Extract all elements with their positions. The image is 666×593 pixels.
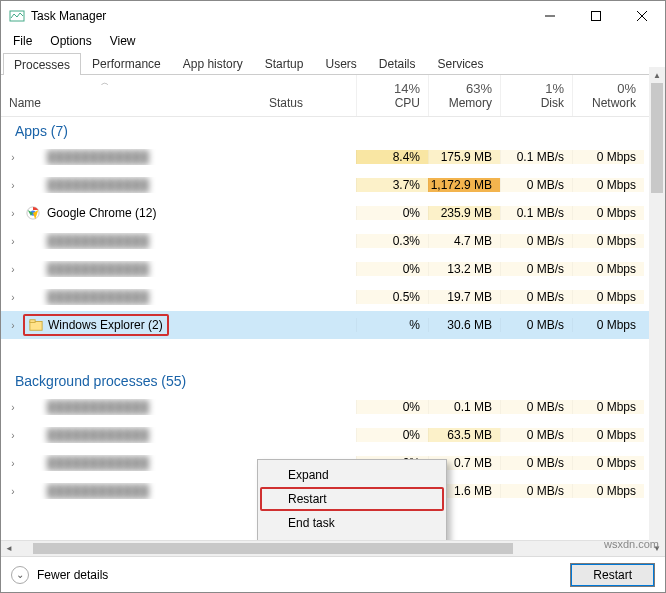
process-icon (25, 483, 41, 499)
process-name: ████████████ (47, 428, 149, 442)
menu-options[interactable]: Options (42, 32, 99, 50)
process-name: ████████████ (47, 400, 149, 414)
context-restart[interactable]: Restart (260, 487, 444, 511)
maximize-button[interactable] (573, 1, 619, 31)
tab-strip: Processes Performance App history Startu… (1, 51, 665, 75)
col-network[interactable]: 0% Network (572, 75, 644, 116)
menubar: File Options View (1, 31, 665, 51)
expand-icon[interactable]: › (5, 486, 21, 497)
task-manager-icon (9, 8, 25, 24)
window-controls (527, 1, 665, 31)
process-name: ████████████ (47, 290, 149, 304)
disk-cell: 0 MB/s (500, 456, 572, 470)
expand-icon[interactable]: › (5, 430, 21, 441)
h-scrollbar[interactable]: ◄ ► (1, 540, 665, 556)
none-icon (25, 289, 41, 305)
disk-cell: 0 MB/s (500, 234, 572, 248)
net-cell: 0 Mbps (572, 150, 644, 164)
net-cell: 0 Mbps (572, 262, 644, 276)
none-icon (25, 233, 41, 249)
cpu-cell: 0.3% (356, 234, 428, 248)
process-name: ████████████ (47, 178, 149, 192)
app-row[interactable]: ›Windows Explorer (2)%30.6 MB0 MB/s0 Mbp… (1, 311, 665, 339)
disk-cell: 0 MB/s (500, 428, 572, 442)
app-row[interactable]: ›████████████3.7%1,172.9 MB0 MB/s0 Mbps (1, 171, 665, 199)
mem-cell: 63.5 MB (428, 428, 500, 442)
col-status[interactable]: Status (261, 75, 356, 116)
process-name: ████████████ (47, 484, 149, 498)
fewer-details-label[interactable]: Fewer details (37, 568, 108, 582)
expand-icon[interactable]: › (5, 236, 21, 247)
col-memory-label: Memory (437, 96, 492, 110)
svg-rect-8 (30, 320, 35, 323)
app-row[interactable]: ›████████████0.5%19.7 MB0 MB/s0 Mbps (1, 283, 665, 311)
col-network-pct: 0% (581, 81, 636, 96)
bg-row[interactable]: ›████████████0%0.1 MB0 MB/s0 Mbps (1, 393, 665, 421)
expand-icon[interactable]: › (5, 402, 21, 413)
menu-file[interactable]: File (5, 32, 40, 50)
col-memory-pct: 63% (437, 81, 492, 96)
mem-cell: 235.9 MB (428, 206, 500, 220)
spacer-row (1, 339, 665, 367)
expand-icon[interactable]: › (5, 292, 21, 303)
expand-icon[interactable]: › (5, 152, 21, 163)
task-manager-window: Task Manager File Options View Processes… (0, 0, 666, 593)
col-disk-label: Disk (509, 96, 564, 110)
h-scroll-left-icon[interactable]: ◄ (1, 541, 17, 556)
titlebar: Task Manager (1, 1, 665, 31)
close-button[interactable] (619, 1, 665, 31)
v-scroll-up-icon[interactable]: ▲ (649, 67, 665, 83)
tab-performance[interactable]: Performance (81, 52, 172, 74)
expand-icon[interactable]: › (5, 264, 21, 275)
tab-processes[interactable]: Processes (3, 53, 81, 75)
sort-icon: ︿ (101, 77, 109, 88)
cpu-cell: 0% (356, 400, 428, 414)
v-scroll-thumb[interactable] (651, 83, 663, 193)
tab-services[interactable]: Services (427, 52, 495, 74)
expand-icon[interactable]: › (5, 320, 21, 331)
col-network-label: Network (581, 96, 636, 110)
restart-button[interactable]: Restart (570, 563, 655, 587)
process-name: ████████████ (47, 456, 149, 470)
app-row[interactable]: ›Google Chrome (12)0%235.9 MB0.1 MB/s0 M… (1, 199, 665, 227)
context-provide-feedback[interactable]: Provide feedback (260, 535, 444, 540)
mem-cell: 4.7 MB (428, 234, 500, 248)
col-disk[interactable]: 1% Disk (500, 75, 572, 116)
mem-cell: 1,172.9 MB (428, 178, 500, 192)
cpu-cell: 0.5% (356, 290, 428, 304)
app-row[interactable]: ›████████████0%13.2 MB0 MB/s0 Mbps (1, 255, 665, 283)
v-scroll-track[interactable] (649, 83, 665, 540)
tab-users[interactable]: Users (314, 52, 367, 74)
bg-row[interactable]: ›████████████0%63.5 MB0 MB/s0 Mbps (1, 421, 665, 449)
context-end-task[interactable]: End task (260, 511, 444, 535)
app-row[interactable]: ›████████████8.4%175.9 MB0.1 MB/s0 Mbps (1, 143, 665, 171)
col-memory[interactable]: 63% Memory (428, 75, 500, 116)
col-cpu[interactable]: 14% CPU (356, 75, 428, 116)
h-scroll-track[interactable] (33, 541, 633, 556)
disk-cell: 0.1 MB/s (500, 206, 572, 220)
chevron-down-icon: ⌄ (16, 569, 24, 580)
cpu-cell: 0% (356, 262, 428, 276)
tab-app-history[interactable]: App history (172, 52, 254, 74)
tab-startup[interactable]: Startup (254, 52, 315, 74)
disk-cell: 0 MB/s (500, 178, 572, 192)
watermark: wsxdn.com (604, 538, 659, 550)
disk-cell: 0 MB/s (500, 400, 572, 414)
col-name[interactable]: ︿ Name (1, 75, 261, 116)
context-expand[interactable]: Expand (260, 463, 444, 487)
v-scrollbar[interactable]: ▲ ▼ (649, 67, 665, 556)
expand-icon[interactable]: › (5, 208, 21, 219)
menu-view[interactable]: View (102, 32, 144, 50)
net-cell: 0 Mbps (572, 206, 644, 220)
mem-cell: 19.7 MB (428, 290, 500, 304)
col-name-label: Name (9, 96, 253, 110)
fewer-details-toggle[interactable]: ⌄ (11, 566, 29, 584)
h-scroll-thumb[interactable] (33, 543, 513, 554)
minimize-button[interactable] (527, 1, 573, 31)
explorer-icon (28, 317, 44, 333)
tab-details[interactable]: Details (368, 52, 427, 74)
expand-icon[interactable]: › (5, 458, 21, 469)
app-row[interactable]: ›████████████0.3%4.7 MB0 MB/s0 Mbps (1, 227, 665, 255)
process-name: ████████████ (47, 262, 149, 276)
expand-icon[interactable]: › (5, 180, 21, 191)
